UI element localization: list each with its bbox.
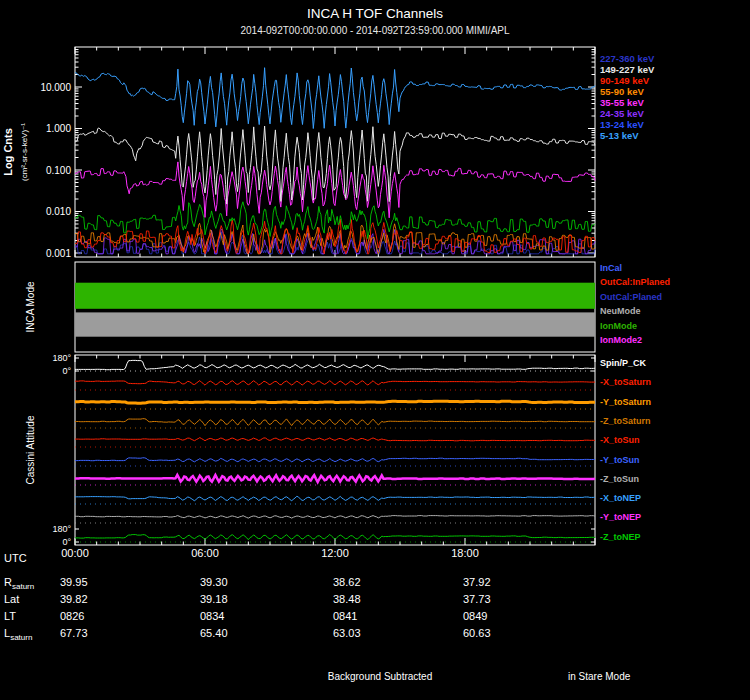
footer-row-label: Lat xyxy=(4,593,19,605)
attitude-legend-item: -Z_toSun xyxy=(600,474,639,484)
mode-legend-item: IonMode xyxy=(600,321,637,331)
footer-row-l: Lsaturn 67.73 65.40 63.03 60.63 xyxy=(0,627,750,643)
energy-legend-item: 90-149 keV xyxy=(600,75,650,86)
series-bkg xyxy=(75,202,595,239)
footer-value: 0834 xyxy=(200,610,224,622)
counts-ytick-label: 0.010 xyxy=(46,206,71,217)
footer-value: 0826 xyxy=(60,610,84,622)
footer-value: 38.62 xyxy=(333,576,361,588)
series--X_toSaturn xyxy=(75,381,595,386)
inca-plot-screen: INCA H TOF Channels 2014-092T00:00:00.00… xyxy=(0,0,750,700)
series-55-90 keV xyxy=(75,223,595,254)
attitude-ytick-label: 180° xyxy=(52,353,71,363)
panel-frame-1 xyxy=(75,47,595,257)
series-35-55 keV xyxy=(75,162,595,218)
footer-value: 0841 xyxy=(333,610,357,622)
mode-legend-item: IonMode2 xyxy=(600,335,642,345)
series-149-227 keV xyxy=(75,126,595,204)
attitude-legend-item: -Y_toSun xyxy=(600,455,640,465)
energy-legend-item: 149-227 keV xyxy=(600,64,655,75)
chart-layer: 10.0001.0000.1000.0100.001180°0°180°0°22… xyxy=(40,47,670,559)
energy-legend-item: 55-90 keV xyxy=(600,86,645,97)
footer-value: 65.40 xyxy=(200,627,228,639)
footer-value: 39.82 xyxy=(60,593,88,605)
attitude-legend-item: -Z_toSaturn xyxy=(600,416,651,426)
background-note: Background Subtracted xyxy=(280,671,480,682)
footer-value: 38.48 xyxy=(333,593,361,605)
energy-legend-item: 13-24 keV xyxy=(600,119,645,130)
counts-ytick-label: 10.000 xyxy=(40,82,71,93)
footer-value: 39.30 xyxy=(200,576,228,588)
attitude-ytick-label: 180° xyxy=(52,524,71,534)
footer-row-r: Rsaturn 39.95 39.30 38.62 37.92 xyxy=(0,576,750,592)
energy-legend-item: 24-35 keV xyxy=(600,108,645,119)
mode-bar-NeuMode xyxy=(75,312,595,336)
attitude-ytick-label: 0° xyxy=(62,366,71,376)
attitude-legend-item: Spin/P_CK xyxy=(600,358,647,368)
footer-row-label: LT xyxy=(4,610,16,622)
attitude-legend-item: -Y_toSaturn xyxy=(600,397,651,407)
attitude-legend-item: -Z_toNEP xyxy=(600,532,641,542)
counts-ytick-label: 0.001 xyxy=(46,248,71,259)
x-tick-label: 18:00 xyxy=(451,547,479,559)
x-tick-label: 00:00 xyxy=(61,547,89,559)
footer-value: 63.03 xyxy=(333,627,361,639)
utc-axis-label: UTC xyxy=(4,552,27,564)
series--Z_toSun xyxy=(75,516,595,519)
mode-bar-IonMode xyxy=(75,283,595,309)
series--Y_toSaturn xyxy=(75,401,595,403)
energy-legend-item: 35-55 keV xyxy=(600,97,645,108)
series--Y_toNEP xyxy=(75,475,595,482)
counts-ytick-label: 1.000 xyxy=(46,123,71,134)
x-tick-label: 12:00 xyxy=(321,547,349,559)
counts-axis-label: Log Cnts xyxy=(2,128,14,176)
attitude-legend-item: -Y_toNEP xyxy=(600,512,641,522)
footer-value: 37.73 xyxy=(463,593,491,605)
counts-axis-units: (cm²-sr-s-keV)⁻¹ xyxy=(20,123,29,181)
footer-row-label-wrap: Lat xyxy=(4,593,19,608)
mode-legend-item: OutCal:Planed xyxy=(600,292,662,302)
series--Z_toSaturn xyxy=(75,419,595,426)
footer-value: 37.92 xyxy=(463,576,491,588)
series--X_toNEP xyxy=(75,496,595,501)
inca-mode-axis-label: INCA Mode xyxy=(25,281,36,333)
footer-row-label: R xyxy=(4,576,12,588)
stare-mode-note: in Stare Mode xyxy=(568,671,630,682)
mode-legend-item: OutCal:InPlaned xyxy=(600,277,670,287)
footer-row-label-wrap: Rsaturn xyxy=(4,576,34,591)
attitude-ytick-label: 0° xyxy=(62,537,71,547)
footer-value: 39.95 xyxy=(60,576,88,588)
attitude-legend-item: -X_toSaturn xyxy=(600,377,651,387)
attitude-legend-item: -X_toNEP xyxy=(600,493,641,503)
footer-value: 0849 xyxy=(463,610,487,622)
mode-legend-item: NeuMode xyxy=(600,306,641,316)
footer-row-label-wrap: Lsaturn xyxy=(4,627,32,642)
cassini-attitude-axis-label: Cassini Attitude xyxy=(25,415,36,484)
energy-legend-item: 5-13 keV xyxy=(600,130,639,141)
x-tick-label: 06:00 xyxy=(191,547,219,559)
footer-row-lat: Lat 39.82 39.18 38.48 37.73 xyxy=(0,593,750,609)
footer-row-sublabel: saturn xyxy=(12,582,34,591)
footer-value: 39.18 xyxy=(200,593,228,605)
counts-ytick-label: 0.100 xyxy=(46,165,71,176)
series--X_toSun xyxy=(75,438,595,441)
footer-row-label-wrap: LT xyxy=(4,610,16,625)
mode-legend-item: InCal xyxy=(600,263,622,273)
series--Y_toSun xyxy=(75,458,595,462)
series--Z_toNEP xyxy=(75,534,595,539)
footer-row-lt: LT 0826 0834 0841 0849 xyxy=(0,610,750,626)
footer-value: 67.73 xyxy=(60,627,88,639)
footer-row-sublabel: saturn xyxy=(10,633,32,642)
energy-legend-item: 227-360 keV xyxy=(600,53,655,64)
series-5-13 keV xyxy=(75,68,595,129)
attitude-legend-item: -X_toSun xyxy=(600,435,640,445)
footer-value: 60.63 xyxy=(463,627,491,639)
